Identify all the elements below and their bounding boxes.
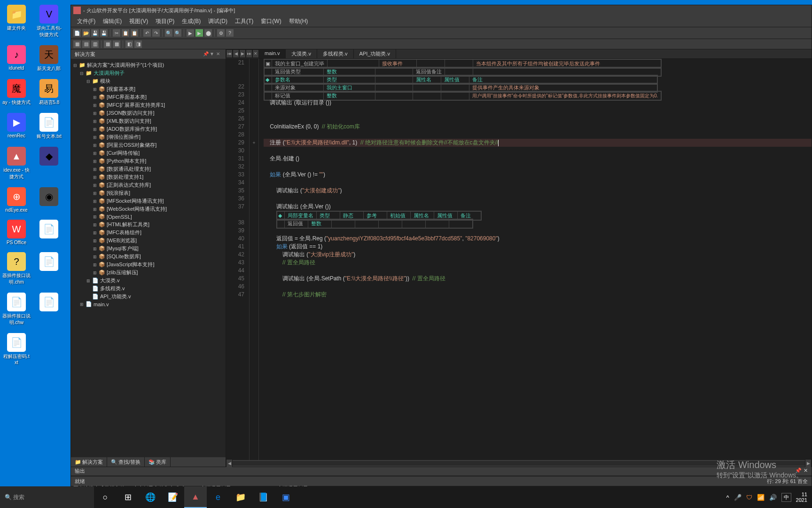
menu-build[interactable]: 生成(B): [178, 17, 204, 25]
solution-tree[interactable]: ⊟📁解决方案"大漠调用例子"(1个项目) ⊟📁大漠调用例子 ⊟📁模块 ⊞📦[视窗…: [71, 59, 226, 457]
tree-module[interactable]: ⊞📦[MFC表格组件]: [73, 229, 223, 237]
menu-help[interactable]: 帮助(H): [285, 17, 312, 25]
task-app[interactable]: 📁: [229, 486, 252, 508]
fold-gutter[interactable]: +: [250, 59, 259, 460]
tray-time[interactable]: 11: [796, 492, 807, 497]
nav-first-icon[interactable]: ⏮: [226, 49, 233, 58]
sidebar-tab-find[interactable]: 🔍查找/替换: [107, 457, 145, 467]
tree-module[interactable]: ⊞📦[SQLite数据库]: [73, 253, 223, 261]
cut-icon[interactable]: ✂: [113, 29, 120, 37]
tree-module[interactable]: ⊞📦[JSON数据访问支持]: [73, 109, 223, 117]
pin-icon[interactable]: 📌: [203, 51, 209, 57]
editor-tab[interactable]: 大漠类.v: [286, 49, 317, 58]
undo-icon[interactable]: ↶: [143, 29, 151, 37]
desktop-icon[interactable]: 📄: [35, 252, 63, 272]
tree-module[interactable]: ⊞📦[增强位图操作]: [73, 133, 223, 141]
code-editor[interactable]: 212223 2425262728 2930313233 34353637 38…: [226, 59, 812, 460]
desktop-icon[interactable]: 魔ay - 快捷方式: [2, 79, 31, 106]
tree-module[interactable]: ⊞📦[XML数据访问支持]: [73, 117, 223, 125]
tb2-btn[interactable]: ▦: [73, 40, 81, 48]
run-icon[interactable]: ▶: [195, 29, 203, 37]
tray-up-icon[interactable]: ^: [726, 494, 729, 501]
tree-module[interactable]: ⊞📦[视窗基本类]: [73, 85, 223, 93]
tree-module[interactable]: ⊞📦[阿里云OSS对象储存]: [73, 141, 223, 149]
taskview-icon[interactable]: ⊞: [117, 486, 139, 508]
saveall-icon[interactable]: 💾: [100, 29, 108, 37]
desktop-icon[interactable]: ▶reenRec: [2, 113, 31, 138]
tb2-btn[interactable]: ▦: [104, 40, 111, 48]
nav-next-icon[interactable]: ▶: [239, 49, 246, 58]
tray-ime[interactable]: 中: [781, 493, 791, 502]
close-icon[interactable]: ✕: [216, 51, 222, 57]
tree-module[interactable]: ⊞📦[zlib压缩解压]: [73, 269, 223, 277]
menu-window[interactable]: 窗口(W): [257, 17, 285, 25]
desktop-icon[interactable]: 📁建文件夹: [2, 5, 31, 32]
editor-tab[interactable]: 多线程类.v: [317, 49, 354, 58]
tray-vol-icon[interactable]: 🔊: [769, 494, 777, 501]
desktop-icon[interactable]: 📄账号文本.txt: [35, 113, 63, 140]
task-app[interactable]: e: [207, 486, 229, 508]
tree-module[interactable]: ⊞📦[正则表达式支持库]: [73, 181, 223, 189]
menu-tools[interactable]: 工具(T): [231, 17, 257, 25]
desktop-icon[interactable]: 天新天龙八部: [35, 45, 63, 72]
desktop-icon[interactable]: 📄程解压密码.txt: [2, 333, 31, 365]
cortana-icon[interactable]: ○: [94, 486, 117, 508]
find-icon[interactable]: 🔍: [165, 29, 172, 37]
desktop-icon[interactable]: ♪idunetd: [2, 45, 31, 71]
save-icon[interactable]: 💾: [91, 29, 99, 37]
open-icon[interactable]: 📂: [82, 29, 90, 37]
copy-icon[interactable]: 📋: [122, 29, 129, 37]
desktop-icon[interactable]: WPS Office: [2, 220, 31, 245]
stop-icon[interactable]: ⬤: [204, 29, 212, 37]
tree-module[interactable]: ⊞📦[Curl网络传输]: [73, 149, 223, 157]
titlebar[interactable]: - 火山软件开发平台 [大漠调用例子/大漠调用例子/main.v] - [编译中…: [71, 5, 812, 16]
nav-prev-icon[interactable]: ◀: [233, 49, 239, 58]
editor-tab[interactable]: main.v: [259, 49, 286, 58]
desktop-icon[interactable]: ⊕ndEye.exe: [2, 187, 31, 213]
tree-module[interactable]: ⊞📦[MFC界面基本类]: [73, 93, 223, 101]
tree-module[interactable]: ⊞📦[WebSocket网络通讯支持]: [73, 205, 223, 213]
tree-module[interactable]: ⊞📦[数据通讯处理支持]: [73, 165, 223, 173]
task-app[interactable]: 🌐: [139, 486, 162, 508]
nav-close-icon[interactable]: ✕: [252, 49, 259, 58]
tb2-btn[interactable]: ▦: [113, 40, 120, 48]
menu-project[interactable]: 项目(P): [152, 17, 178, 25]
hscroll-right-icon[interactable]: ▶: [805, 459, 812, 468]
task-app[interactable]: 📝: [162, 486, 184, 508]
tray-date[interactable]: 2021: [796, 497, 807, 503]
tb2-btn[interactable]: ◧: [125, 40, 133, 48]
desktop-icon[interactable]: 易易语言5.8: [35, 79, 63, 106]
task-app[interactable]: 📘: [252, 486, 274, 508]
tray-mic-icon[interactable]: 🎤: [734, 494, 742, 501]
task-app[interactable]: ▲: [184, 486, 207, 508]
tree-module[interactable]: ⊞📦[锐浪报表]: [73, 189, 223, 197]
close-icon[interactable]: ✕: [804, 468, 808, 475]
desktop-icon[interactable]: ▲idev.exe - 快捷方式: [2, 147, 31, 180]
system-tray[interactable]: ^ 🎤 🛡 📶 🔊 中 11 2021: [726, 492, 812, 503]
tree-module[interactable]: ⊞📦[数据处理支持1]: [73, 173, 223, 181]
new-icon[interactable]: 📄: [73, 29, 81, 37]
hscroll-left-icon[interactable]: ◀: [226, 459, 233, 468]
replace-icon[interactable]: 🔍: [174, 29, 181, 37]
desktop-icon[interactable]: 📄: [35, 220, 63, 240]
task-app[interactable]: ▣: [274, 486, 297, 508]
paste-icon[interactable]: 📋: [131, 29, 138, 37]
desktop-icon[interactable]: 📄: [35, 293, 63, 313]
tree-module[interactable]: ⊞📦[Python脚本支持]: [73, 157, 223, 165]
desktop-icon[interactable]: 📄器插件接口说明.chw: [2, 293, 31, 326]
tree-module[interactable]: ⊞📦[ADO数据库操作支持]: [73, 125, 223, 133]
build-icon[interactable]: ▶: [187, 29, 194, 37]
sidebar-tab-solution[interactable]: 📁解决方案: [71, 457, 107, 467]
desktop-icon[interactable]: ◆: [35, 147, 63, 167]
tb2-btn[interactable]: ◨: [134, 40, 142, 48]
tree-module[interactable]: ⊞📦[JavaScript脚本支持]: [73, 261, 223, 269]
settings-icon[interactable]: ⚙: [217, 29, 225, 37]
tb2-btn[interactable]: ▥: [91, 40, 99, 48]
menu-debug[interactable]: 调试(D): [204, 17, 231, 25]
taskbar-search[interactable]: 🔍 搜索: [0, 486, 94, 508]
tree-module[interactable]: ⊞📦[HTML解析工具类]: [73, 221, 223, 229]
menu-edit[interactable]: 编辑(E): [99, 17, 125, 25]
tree-module[interactable]: ⊞📦[Mysql客户端]: [73, 245, 223, 253]
tray-shield-icon[interactable]: 🛡: [746, 494, 752, 501]
editor-tab[interactable]: API_功能类.v: [354, 49, 396, 58]
